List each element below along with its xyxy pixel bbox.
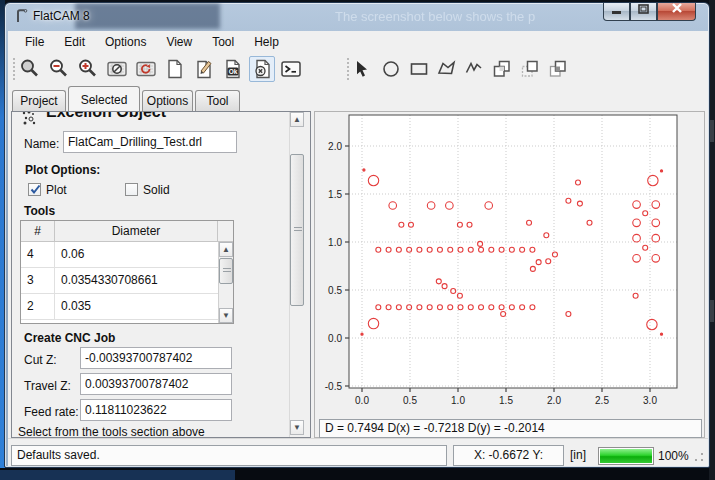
zoom-in-button[interactable]: [75, 56, 101, 82]
plot-checkbox-label[interactable]: Plot: [46, 183, 67, 197]
panel-scrollbar-thumb[interactable]: [290, 154, 304, 306]
zoom-fit-button[interactable]: [17, 56, 43, 82]
tab-project[interactable]: Project: [12, 90, 66, 111]
polyline-icon: [463, 58, 485, 80]
svg-text:0.0: 0.0: [328, 333, 342, 344]
shell-button[interactable]: [278, 56, 304, 82]
table-row[interactable]: 4 0.06: [21, 242, 220, 268]
menu-edit[interactable]: Edit: [54, 31, 95, 53]
close-button[interactable]: [657, 3, 696, 21]
travel-z-input[interactable]: [80, 373, 232, 395]
excellon-object-panel: Excellon Object Name: Plot Options: Plot…: [11, 111, 311, 438]
zoom-out-button[interactable]: [46, 56, 72, 82]
feed-rate-label: Feed rate:: [24, 405, 79, 419]
background-window-text: The screenshot below shows the p: [335, 9, 535, 24]
draw-polyline-button[interactable]: [461, 56, 487, 82]
geometry-intersect-button[interactable]: [545, 56, 571, 82]
scroll-up-icon[interactable]: ▲: [290, 112, 304, 127]
minimize-button[interactable]: [603, 3, 630, 21]
svg-text:2.0: 2.0: [328, 141, 342, 152]
resize-grip[interactable]: [693, 451, 705, 463]
svg-text:3.0: 3.0: [643, 395, 657, 406]
scroll-up-icon[interactable]: ▲: [219, 242, 233, 257]
distance-readout: D = 0.7494 D(x) = -0.7218 D(y) = -0.2014: [319, 419, 702, 438]
progress-fill: [600, 449, 652, 463]
menu-tool[interactable]: Tool: [202, 31, 244, 53]
tool-diameter-cell[interactable]: 0.0354330708661: [55, 268, 220, 293]
svg-text:Ok: Ok: [229, 68, 238, 75]
subtract-icon: [519, 58, 541, 80]
tab-tool[interactable]: Tool: [195, 90, 240, 111]
table-row[interactable]: 2 0.035: [21, 294, 220, 320]
tools-table: # Diameter 4 0.06 3 0.0354330708661 2 0.…: [20, 220, 234, 324]
name-input[interactable]: [63, 131, 237, 153]
tool-diameter-cell[interactable]: 0.035: [55, 294, 220, 319]
menu-view[interactable]: View: [156, 31, 202, 53]
tool-number-cell[interactable]: 2: [21, 294, 55, 319]
name-label: Name:: [24, 137, 59, 151]
geometry-union-button[interactable]: [489, 56, 515, 82]
progress-percent: 100%: [658, 449, 689, 463]
window-title: FlatCAM 8: [33, 9, 90, 23]
maximize-button[interactable]: [630, 3, 657, 21]
titlebar[interactable]: The screenshot below shows the p FlatCAM…: [5, 3, 709, 31]
solid-checkbox[interactable]: [125, 183, 138, 196]
plot-panel: 0.00.51.01.52.02.53.0-0.50.00.51.01.52.0…: [314, 111, 705, 438]
ok-file-button[interactable]: Ok: [220, 56, 246, 82]
zoom-in-icon: [77, 58, 99, 80]
edit-file-button[interactable]: [191, 56, 217, 82]
progress-bar: [598, 447, 654, 465]
desktop-bottom-segment: [0, 470, 235, 480]
feed-rate-input[interactable]: [80, 399, 232, 421]
background-scroll-mark: [710, 300, 714, 322]
cancel-file-icon: [251, 58, 273, 80]
tool-diameter-cell[interactable]: 0.06: [55, 242, 220, 267]
draw-polygon-button[interactable]: [434, 56, 460, 82]
background-window-through-glass: [75, 3, 220, 29]
table-row[interactable]: 3 0.0354330708661: [21, 268, 220, 294]
select-pointer-button[interactable]: [349, 56, 375, 82]
units-label: [in]: [570, 448, 586, 462]
plot-checkbox[interactable]: [28, 183, 41, 196]
draw-rectangle-button[interactable]: [406, 56, 432, 82]
toolbar-grip[interactable]: [12, 58, 16, 82]
cancel-file-button[interactable]: [249, 56, 275, 82]
table-scrollbar-thumb[interactable]: [219, 258, 233, 284]
replot-icon: [135, 58, 157, 80]
draw-circle-button[interactable]: [378, 56, 404, 82]
tools-label: Tools: [24, 204, 55, 218]
table-scrollbar[interactable]: ▲ ▼: [218, 242, 233, 323]
window-body: File Edit Options View Tool Help: [8, 31, 708, 466]
panel-scrollbar[interactable]: ▲ ▼: [289, 112, 304, 437]
shell-icon: [280, 58, 302, 80]
excellon-drill-icon: [20, 111, 38, 130]
tool-number-column-header[interactable]: #: [21, 221, 55, 241]
plot-canvas[interactable]: 0.00.51.01.52.02.53.0-0.50.00.51.01.52.0: [315, 112, 704, 412]
solid-checkbox-label[interactable]: Solid: [143, 183, 170, 197]
intersect-icon: [547, 58, 569, 80]
geometry-subtract-button[interactable]: [517, 56, 543, 82]
tool-number-cell[interactable]: 4: [21, 242, 55, 267]
menu-file[interactable]: File: [15, 31, 54, 53]
diameter-column-header[interactable]: Diameter: [55, 221, 218, 241]
cursor-coordinates: X: -0.6672 Y: 1.4359: [453, 445, 564, 466]
new-file-button[interactable]: [162, 56, 188, 82]
background-scroll-mark: [710, 120, 714, 142]
cut-z-input[interactable]: [80, 347, 232, 369]
clear-plot-button[interactable]: [104, 56, 130, 82]
menu-help[interactable]: Help: [244, 31, 289, 53]
cut-z-label: Cut Z:: [24, 353, 57, 367]
svg-text:0.0: 0.0: [355, 395, 369, 406]
travel-z-label: Travel Z:: [24, 379, 71, 393]
panel-heading: Excellon Object: [46, 111, 166, 121]
tab-selected[interactable]: Selected: [68, 86, 140, 111]
scroll-down-icon[interactable]: ▼: [290, 420, 304, 435]
replot-button[interactable]: [133, 56, 159, 82]
menu-options[interactable]: Options: [95, 31, 156, 53]
scroll-down-icon[interactable]: ▼: [219, 308, 233, 323]
tab-options[interactable]: Options: [142, 90, 193, 111]
svg-text:1.0: 1.0: [451, 395, 465, 406]
tool-number-cell[interactable]: 3: [21, 268, 55, 293]
new-file-icon: [164, 58, 186, 80]
union-icon: [491, 58, 513, 80]
